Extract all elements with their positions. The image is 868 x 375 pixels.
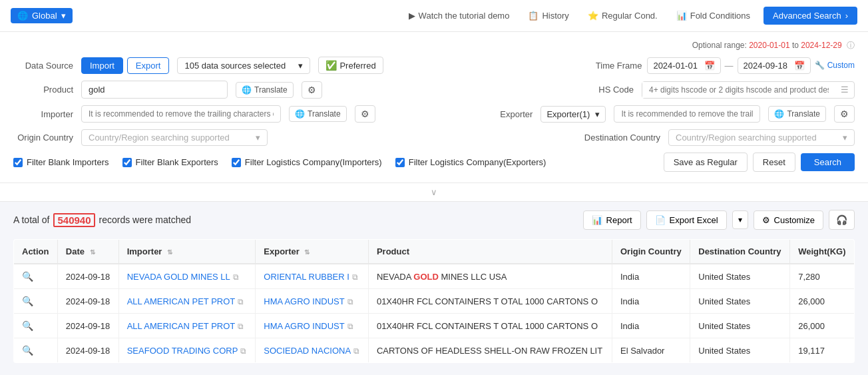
regular-cond-link[interactable]: ⭐ Regular Cond. [582,8,663,23]
star-icon: ⭐ [588,11,598,21]
report-button[interactable]: 📊 Report [583,210,641,230]
date-cell: 2024-09-18 [57,338,118,363]
exporter-input[interactable] [614,105,760,123]
exporter-link[interactable]: HMA AGRO INDUST [264,321,344,331]
customize-button[interactable]: ⚙ Customize [754,210,823,230]
results-count: 540940 [53,213,95,227]
copy-icon[interactable]: ⧉ [347,297,353,306]
time-frame-label: Time Frame [582,61,642,71]
fold-conditions-label: Fold Conditions [690,11,750,21]
translate-icon: 🌐 [774,109,784,119]
advanced-search-button[interactable]: Advanced Search › [763,7,857,25]
exporter-link[interactable]: HMA AGRO INDUST [264,296,344,306]
reset-button[interactable]: Reset [753,153,795,172]
save-as-regular-button[interactable]: Save as Regular [664,153,748,172]
report-icon: 📊 [592,215,602,225]
importer-link[interactable]: NEVADA GOLD MINES LL [127,272,230,282]
history-label: History [542,11,568,21]
date-cell: 2024-09-18 [57,264,118,289]
copy-icon[interactable]: ⧉ [238,297,244,306]
export-tab[interactable]: Export [127,57,170,74]
copy-icon[interactable]: ⧉ [238,322,244,331]
search-action-icon[interactable]: 🔍 [22,345,33,356]
preferred-label: Preferred [339,61,375,71]
product-row: Product 🌐 Translate ⚙ HS Code ☰ [13,81,855,99]
col-origin-country: Origin Country [612,240,690,264]
origin-country-cell: El Salvador [612,338,690,363]
preferred-badge[interactable]: ✅ Preferred [318,57,383,74]
custom-icon: 🔧 [815,61,825,70]
custom-button[interactable]: 🔧 Custom [815,61,855,70]
importer-row: Importer 🌐 Translate ⚙ Exporter Exporter… [13,105,855,123]
search-action-icon[interactable]: 🔍 [22,320,33,331]
col-date[interactable]: Date ⇅ [57,240,118,264]
hs-code-input[interactable] [642,82,835,98]
global-label: Global [32,11,57,21]
optional-range: Optional range: 2020-01-01 to 2024-12-29… [13,40,855,51]
origin-country-cell: India [612,264,690,289]
filter-blank-exporters-checkbox[interactable]: Filter Blank Exporters [122,157,218,167]
action-cell: 🔍 [14,314,58,338]
time-frame-end[interactable]: 2024-09-18 📅 [738,57,811,74]
time-frame-start[interactable]: 2024-01-01 📅 [647,57,720,74]
results-actions: 📊 Report 📄 Export Excel ▾ ⚙ Customize 🎧 [583,210,855,230]
tutorial-link[interactable]: ▶ Watch the tutorial demo [403,8,515,23]
global-button[interactable]: 🌐 Global ▾ [11,8,73,23]
history-icon: 📋 [528,11,539,21]
exporter-link[interactable]: SOCIEDAD NACIONA [264,346,351,356]
filter-blank-importers-checkbox[interactable]: Filter Blank Importers [13,157,109,167]
results-table: Action Date ⇅ Importer ⇅ Exporter ⇅ Prod… [13,239,855,363]
action-buttons: Save as Regular Reset Search [664,153,855,172]
export-excel-button[interactable]: 📄 Export Excel [646,210,727,230]
origin-country-select[interactable]: Country/Region searching supported ▾ [81,129,268,146]
translate-product-button[interactable]: 🌐 Translate [236,82,294,98]
list-icon[interactable]: ☰ [835,85,854,95]
importer-settings-icon[interactable]: ⚙ [355,105,375,123]
hs-code-input-wrapper: ☰ [642,81,855,99]
copy-icon[interactable]: ⧉ [353,346,359,356]
action-cell: 🔍 [14,264,58,289]
destination-country-select[interactable]: Country/Region searching supported ▾ [668,129,855,146]
destination-country-cell: United States [690,338,790,363]
col-importer[interactable]: Importer ⇅ [118,240,256,264]
product-settings-icon[interactable]: ⚙ [302,81,322,99]
fold-conditions-link[interactable]: 📊 Fold Conditions [671,8,756,23]
importer-link[interactable]: ALL AMERICAN PET PROT [127,321,236,331]
copy-icon[interactable]: ⧉ [233,272,239,282]
data-sources-select[interactable]: 105 data sources selected ▾ [177,57,310,74]
import-tab[interactable]: Import [81,57,123,74]
importer-link[interactable]: SEAFOOD TRADING CORP [127,346,238,356]
advanced-search-label: Advanced Search [773,11,841,21]
origin-country-placeholder: Country/Region searching supported [89,133,230,143]
copy-icon[interactable]: ⧉ [240,346,246,356]
exporter-link[interactable]: ORIENTAL RUBBER I [264,272,349,282]
search-action-icon[interactable]: 🔍 [22,296,33,306]
date-cell: 2024-09-18 [57,314,118,338]
filter-logistics-importers-checkbox[interactable]: Filter Logistics Company(Importers) [232,157,382,167]
exporter-settings-icon[interactable]: ⚙ [834,105,855,123]
collapse-bar[interactable]: ∨ [0,183,868,202]
translate-exporter-button[interactable]: 🌐 Translate [768,106,826,122]
chevron-down-icon: ▾ [595,109,600,119]
export-dropdown-button[interactable]: ▾ [732,210,748,229]
product-input[interactable] [81,81,228,99]
product-cell: NEVADA GOLD MINES LLC USA [368,264,612,289]
col-exporter[interactable]: Exporter ⇅ [256,240,369,264]
exporter-cell: HMA AGRO INDUST⧉ [256,289,369,314]
copy-icon[interactable]: ⧉ [347,322,353,331]
support-button[interactable]: 🎧 [829,210,855,230]
data-sources-value: 105 data sources selected [184,61,286,71]
filter-logistics-exporters-checkbox[interactable]: Filter Logistics Company(Exporters) [395,157,546,167]
importer-link[interactable]: ALL AMERICAN PET PROT [127,296,236,306]
copy-icon[interactable]: ⧉ [352,272,358,282]
history-link[interactable]: 📋 History [523,8,574,23]
exporter-cell: ORIENTAL RUBBER I⧉ [256,264,369,289]
translate-icon: 🌐 [295,109,305,119]
search-button[interactable]: Search [801,153,855,171]
col-action: Action [14,240,58,264]
translate-importer-button[interactable]: 🌐 Translate [289,106,347,122]
exporter-select[interactable]: Exporter(1) ▾ [541,106,606,123]
tutorial-label: Watch the tutorial demo [419,11,510,21]
importer-input[interactable] [81,105,281,123]
search-action-icon[interactable]: 🔍 [22,271,33,282]
